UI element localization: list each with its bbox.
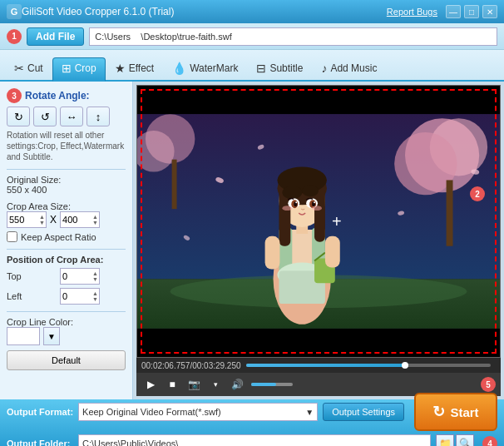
- crop-width-spinbox[interactable]: ▲ ▼: [7, 211, 47, 228]
- color-dropdown-button[interactable]: ▼: [43, 327, 60, 345]
- top-down-arrow[interactable]: ▼: [92, 276, 98, 282]
- step3-badge: 3: [7, 88, 22, 103]
- top-spinbox[interactable]: ▲ ▼: [60, 268, 100, 285]
- tab-cut[interactable]: ✂ Cut: [5, 57, 52, 80]
- timeline-thumb[interactable]: [402, 362, 408, 369]
- addmusic-icon: ♪: [321, 62, 327, 75]
- stop-button[interactable]: ■: [163, 376, 181, 393]
- restore-button[interactable]: □: [464, 5, 479, 18]
- tab-effect[interactable]: ★ Effect: [106, 57, 163, 80]
- svg-point-37: [282, 206, 292, 211]
- svg-point-27: [282, 186, 302, 199]
- crop-width-up-arrow[interactable]: ▲: [39, 214, 45, 220]
- crop-x-separator: X: [50, 214, 57, 225]
- top-up-arrow[interactable]: ▲: [92, 270, 98, 276]
- screenshot-button[interactable]: 📷: [185, 376, 203, 393]
- tab-addmusic-label: Add Music: [330, 62, 377, 74]
- format-select[interactable]: Keep Original Video Format(*.swf) ▼: [78, 403, 318, 421]
- keep-aspect-label: Keep Aspect Ratio: [21, 232, 96, 242]
- keep-aspect-row: Keep Aspect Ratio: [7, 231, 126, 242]
- keep-aspect-checkbox[interactable]: [7, 231, 17, 242]
- flip-v-button[interactable]: ↕: [86, 107, 110, 126]
- start-button[interactable]: ↻ Start: [414, 393, 497, 431]
- default-button[interactable]: Default: [7, 350, 126, 370]
- crop-height-up-arrow[interactable]: ▲: [92, 214, 98, 220]
- top-label: Top: [7, 271, 57, 281]
- tab-crop-label: Crop: [75, 62, 96, 74]
- tab-subtitle-label: Subtitle: [269, 62, 303, 74]
- effect-icon: ★: [115, 62, 126, 75]
- left-up-arrow[interactable]: ▲: [92, 290, 98, 296]
- output-bar: Output Format: Keep Original Video Forma…: [0, 399, 504, 446]
- crop-height-input[interactable]: [62, 215, 92, 225]
- crop-width-input[interactable]: [9, 215, 39, 225]
- svg-rect-40: [325, 236, 340, 268]
- app-logo-icon: G: [7, 4, 22, 19]
- step4-badge: 4: [482, 436, 497, 446]
- crop-icon: ⊞: [62, 62, 72, 75]
- tab-watermark[interactable]: 💧 WaterMark: [163, 57, 247, 80]
- original-size-value: 550 x 400: [7, 185, 126, 195]
- tab-subtitle[interactable]: ⊟ Subtitle: [247, 57, 312, 80]
- play-button[interactable]: ▶: [141, 376, 160, 393]
- left-spinbox[interactable]: ▲ ▼: [60, 288, 100, 305]
- crop-width-down-arrow[interactable]: ▼: [39, 220, 45, 225]
- svg-rect-8: [447, 180, 453, 245]
- rotate-title: Rotate Angle:: [25, 90, 90, 102]
- rotate-cw-button[interactable]: ↻: [7, 107, 30, 126]
- step1-badge: 1: [7, 29, 22, 44]
- rotation-reset-note: Rotation will reset all other settings:C…: [7, 130, 126, 162]
- close-button[interactable]: ✕: [482, 5, 497, 18]
- svg-point-38: [312, 206, 322, 211]
- file-path-input[interactable]: [89, 27, 497, 46]
- svg-text:G: G: [11, 7, 18, 17]
- format-value: Keep Original Video Format(*.swf): [82, 407, 305, 417]
- report-bugs-link[interactable]: Report Bugs: [387, 7, 437, 17]
- volume-slider[interactable]: [251, 383, 293, 386]
- left-down-arrow[interactable]: ▼: [92, 296, 98, 302]
- timecode-display: 00:02:06.757/00:03:29.250: [141, 361, 241, 370]
- screenshot-dropdown-button[interactable]: ▾: [206, 376, 225, 393]
- add-file-button[interactable]: Add File: [27, 27, 84, 46]
- flip-h-button[interactable]: ↔: [60, 107, 83, 126]
- subtitle-icon: ⊟: [256, 62, 266, 75]
- crop-height-down-arrow[interactable]: ▼: [92, 220, 98, 225]
- svg-rect-39: [265, 236, 280, 270]
- volume-button[interactable]: 🔊: [228, 376, 246, 393]
- color-section: Crop Line Color: ▼ Default: [7, 317, 126, 370]
- video-panel: + 2 00:02:06.757/00:03:29.250 ▶ ■ 📷 ▾ 🔊: [133, 82, 504, 399]
- timeline-progress: [246, 364, 405, 367]
- watermark-icon: 💧: [172, 62, 186, 75]
- crop-height-spinbox[interactable]: ▲ ▼: [60, 211, 100, 228]
- folder-path-value: C:\Users\Public\Videos\: [82, 439, 178, 446]
- video-container[interactable]: + 2: [136, 85, 501, 358]
- format-dropdown-arrow[interactable]: ▼: [305, 408, 314, 417]
- original-size-section: Original Size: 550 x 400: [7, 175, 126, 195]
- tab-effect-label: Effect: [129, 62, 154, 74]
- main-content: 3 Rotate Angle: ↻ ↺ ↔ ↕ Rotation will re…: [0, 82, 504, 399]
- timeline-slider[interactable]: [246, 364, 491, 367]
- top-input[interactable]: [62, 271, 92, 281]
- svg-point-35: [295, 201, 297, 203]
- tab-crop[interactable]: ⊞ Crop: [52, 57, 106, 82]
- folder-path-display[interactable]: C:\Users\Public\Videos\: [78, 434, 431, 446]
- rotate-ccw-button[interactable]: ↺: [33, 107, 57, 126]
- left-input[interactable]: [62, 291, 92, 301]
- volume-fill: [251, 383, 276, 386]
- step2-badge: 2: [470, 186, 485, 201]
- browse-folder-button[interactable]: 📁: [436, 434, 454, 446]
- svg-point-28: [302, 185, 319, 196]
- position-section: Position of Crop Area: Top ▲ ▼ Left ▲: [7, 255, 126, 305]
- search-folder-button[interactable]: 🔍: [456, 434, 474, 446]
- tab-addmusic[interactable]: ♪ Add Music: [312, 57, 386, 80]
- timeline: 00:02:06.757/00:03:29.250: [136, 358, 501, 373]
- left-panel: 3 Rotate Angle: ↻ ↺ ↔ ↕ Rotation will re…: [0, 82, 133, 399]
- minimize-button[interactable]: —: [446, 5, 461, 18]
- output-settings-button[interactable]: Output Settings: [323, 403, 404, 421]
- crop-area-label: Crop Area Size:: [7, 201, 126, 211]
- left-label: Left: [7, 291, 57, 301]
- tab-cut-label: Cut: [27, 62, 43, 74]
- folder-label: Output Folder:: [7, 439, 73, 446]
- original-size-label: Original Size:: [7, 175, 126, 185]
- cut-icon: ✂: [14, 62, 24, 75]
